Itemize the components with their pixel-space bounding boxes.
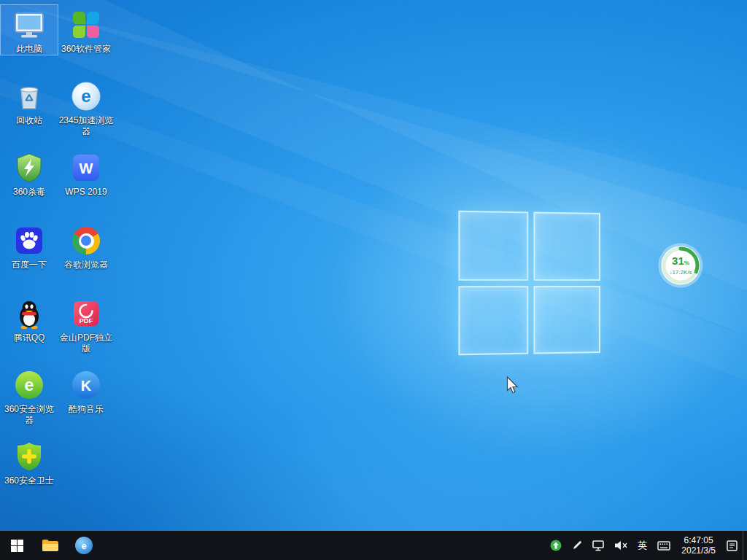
desktop-icon-label: 2345加速浏览器: [58, 115, 114, 137]
show-desktop-button[interactable]: [743, 531, 747, 560]
windows-logo-pane: [458, 286, 527, 356]
this-pc-icon: [12, 7, 47, 42]
desktop-icon-wps-2019[interactable]: W WPS 2019: [58, 148, 115, 198]
tray-ime-indicator[interactable]: 英: [632, 531, 652, 560]
windows-logo-pane: [533, 286, 600, 354]
360-antivirus-icon: [12, 150, 47, 185]
desktop-icon-360-antivirus[interactable]: 360杀毒: [1, 148, 58, 198]
system-tray: 英 6:47:05 2021/3/5: [545, 531, 747, 560]
desktop-icon-baidu[interactable]: 百度一下: [1, 221, 58, 271]
tray-360-icon[interactable]: [545, 531, 567, 560]
desktop-icon-label: 谷歌浏览器: [64, 260, 108, 271]
360-safe-guard-icon: [12, 439, 47, 474]
taskbar: e 英: [0, 531, 747, 560]
kugou-music-icon: K: [69, 368, 104, 402]
progress-unit: %: [684, 260, 689, 266]
desktop-icon-qq[interactable]: 腾讯QQ: [1, 294, 58, 343]
taskbar-file-explorer[interactable]: [34, 531, 67, 560]
desktop-icon-360-software-manager[interactable]: 360软件管家: [58, 5, 115, 55]
tray-touch-keyboard-icon[interactable]: [652, 531, 676, 560]
desktop-wallpaper: 此电脑 360软件管家 回收站: [0, 0, 747, 560]
clock-date: 2021/3/5: [681, 545, 716, 556]
chrome-icon: [69, 223, 104, 258]
tray-clock[interactable]: 6:47:05 2021/3/5: [676, 535, 721, 556]
progress-percent: 31: [672, 254, 684, 267]
svg-text:PDF: PDF: [80, 316, 93, 324]
taskbar-browser[interactable]: e: [67, 531, 101, 560]
progress-text: 31% ↓17.2K/s: [657, 242, 704, 289]
desktop-icon-label: 360杀毒: [13, 187, 45, 198]
windows-logo-pane: [458, 211, 527, 281]
tray-pen-icon[interactable]: [567, 531, 587, 560]
desktop-icon-label: WPS 2019: [65, 187, 107, 198]
clock-time: 6:47:05: [681, 535, 716, 545]
svg-text:e: e: [81, 86, 90, 106]
desktop-icon-label: 360安全卫士: [4, 475, 54, 486]
action-center-icon[interactable]: [721, 531, 743, 560]
kingsoft-pdf-icon: PDF: [69, 296, 104, 331]
desktop-icon-360-secure-browser[interactable]: e 360安全浏览器: [1, 365, 58, 426]
tray-network-icon[interactable]: [587, 531, 609, 560]
svg-text:K: K: [81, 378, 92, 394]
desktop-icon-recycle-bin[interactable]: 回收站: [1, 77, 58, 126]
desktop-icon-chrome[interactable]: 谷歌浏览器: [58, 221, 115, 271]
desktop-icon-kingsoft-pdf[interactable]: PDF 金山PDF独立版: [58, 294, 115, 354]
windows-start-icon: [11, 540, 23, 552]
windows-logo-pane: [533, 211, 600, 280]
desktop-icon-360-safe-guard[interactable]: 360安全卫士: [1, 437, 58, 486]
baidu-paw-icon: [12, 223, 47, 258]
desktop-icon-label: 酷狗音乐: [69, 404, 104, 415]
wps-2019-icon: W: [69, 150, 104, 185]
recycle-bin-icon: [12, 79, 47, 114]
tray-volume-muted-icon[interactable]: [609, 531, 632, 560]
qq-penguin-icon: [12, 296, 47, 331]
svg-text:e: e: [25, 376, 34, 394]
desktop-icon-label: 此电脑: [16, 44, 42, 55]
desktop-icon-label: 百度一下: [12, 260, 47, 271]
svg-text:W: W: [80, 160, 93, 176]
desktop-icon-this-pc[interactable]: 此电脑: [1, 5, 58, 55]
browser-e-icon: e: [75, 537, 93, 554]
2345-browser-icon: e: [69, 79, 104, 114]
desktop-icon-label: 360安全浏览器: [1, 404, 57, 426]
download-progress-ball[interactable]: 31% ↓17.2K/s: [657, 242, 704, 289]
360-software-manager-icon: [69, 7, 104, 42]
file-explorer-icon: [42, 538, 59, 553]
start-button[interactable]: [0, 531, 34, 560]
desktop-icon-kugou-music[interactable]: K 酷狗音乐: [58, 365, 115, 415]
360-secure-browser-icon: e: [12, 368, 47, 402]
download-speed: ↓17.2K/s: [669, 269, 692, 276]
desktop-icon-label: 360软件管家: [61, 44, 111, 55]
desktop-icon-label: 回收站: [16, 115, 42, 126]
desktop-icon-label: 腾讯QQ: [14, 332, 45, 343]
desktop-icon-2345-browser[interactable]: e 2345加速浏览器: [58, 77, 115, 137]
desktop-icon-label: 金山PDF独立版: [58, 332, 114, 354]
windows-logo: [458, 211, 600, 356]
